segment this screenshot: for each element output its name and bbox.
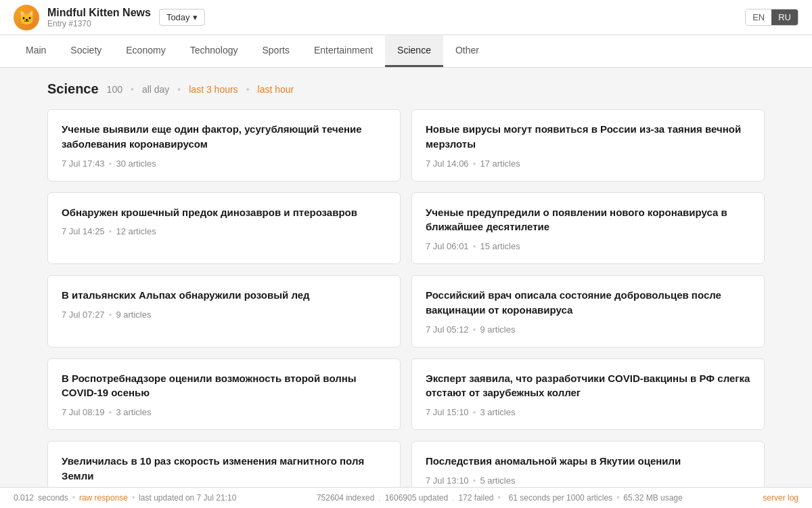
lang-en-button[interactable]: EN xyxy=(746,9,771,25)
article-title: Новые вирусы могут появиться в России из… xyxy=(426,122,750,152)
article-count: 5 articles xyxy=(480,475,515,486)
tab-sports[interactable]: Sports xyxy=(250,35,301,67)
article-count: 9 articles xyxy=(480,324,515,335)
section-title: Science xyxy=(47,81,99,97)
table-row[interactable]: В итальянских Альпах обнаружили розовый … xyxy=(47,275,401,347)
article-count: 9 articles xyxy=(116,310,151,320)
article-date: 7 Jul 17:43 xyxy=(62,158,105,169)
meta-dot: ● xyxy=(109,409,112,415)
footer-center: 752604 indexed , 1606905 updated , 172 f… xyxy=(317,493,683,503)
article-date: 7 Jul 07:27 xyxy=(62,310,105,320)
article-meta: 7 Jul 05:12 ● 9 articles xyxy=(426,324,750,335)
meta-dot: ● xyxy=(473,161,476,167)
server-log-link[interactable]: server log xyxy=(763,493,798,503)
article-title: Увеличилась в 10 раз скорость изменения … xyxy=(62,454,386,484)
article-date: 7 Jul 06:01 xyxy=(426,241,469,251)
footer-right: server log xyxy=(763,493,798,503)
lang-switcher: EN RU xyxy=(745,9,798,26)
footer-speed-val: 61 seconds per 1000 articles xyxy=(509,493,612,503)
today-button[interactable]: Today ▾ xyxy=(159,9,205,26)
article-count: 12 articles xyxy=(116,226,156,236)
meta-dot: ● xyxy=(473,243,476,249)
footer: 0.012 seconds • raw response • last upda… xyxy=(0,487,812,508)
article-count: 17 articles xyxy=(480,158,520,169)
tab-other[interactable]: Other xyxy=(443,35,491,67)
article-date: 7 Jul 15:10 xyxy=(426,407,469,417)
filter-last-hour[interactable]: last hour xyxy=(258,84,294,95)
footer-time-unit: seconds xyxy=(38,493,68,503)
article-date: 7 Jul 05:12 xyxy=(426,324,469,335)
tab-economy[interactable]: Economy xyxy=(114,35,177,67)
articles-grid: Ученые выявили еще один фактор, усугубля… xyxy=(47,109,765,508)
meta-dot: ● xyxy=(473,326,476,333)
table-row[interactable]: В Роспотребнадзоре оценили возможность в… xyxy=(47,358,401,431)
header: 🐱 Mindful Kitten News Entry #1370 Today … xyxy=(0,0,812,35)
article-title: Обнаружен крошечный предок динозавров и … xyxy=(62,205,386,220)
meta-dot: ● xyxy=(109,161,112,167)
footer-dot-4: , xyxy=(452,493,454,503)
tab-entertainment[interactable]: Entertainment xyxy=(302,35,385,67)
table-row[interactable]: Новые вирусы могут появиться в России из… xyxy=(411,109,765,182)
site-info: Mindful Kitten News Entry #1370 xyxy=(47,7,151,28)
article-title: Эксперт заявила, что разработчики COVID-… xyxy=(426,371,750,401)
filter-all-day[interactable]: all day xyxy=(142,84,169,95)
article-title: Ученые предупредили о появлении нового к… xyxy=(426,205,750,235)
footer-usage: 65.32 MB usage xyxy=(623,493,682,503)
footer-dot-3: , xyxy=(378,493,380,503)
article-title: Российский врач описала состояние добров… xyxy=(426,288,750,318)
article-title: Последствия аномальной жары в Якутии оце… xyxy=(426,454,750,469)
article-meta: 7 Jul 17:43 ● 30 articles xyxy=(62,158,386,169)
meta-dot: ● xyxy=(109,312,112,318)
dropdown-chevron-icon: ▾ xyxy=(193,12,198,22)
article-meta: 7 Jul 14:25 ● 12 articles xyxy=(62,226,386,236)
footer-dot-5: • xyxy=(497,493,500,503)
tab-technology[interactable]: Technology xyxy=(178,35,250,67)
article-count: 3 articles xyxy=(116,407,151,417)
footer-failed: 172 failed xyxy=(458,493,493,503)
tab-society[interactable]: Society xyxy=(58,35,114,67)
filter-separator-1: • xyxy=(131,84,134,95)
article-meta: 7 Jul 15:10 ● 3 articles xyxy=(426,407,750,417)
filter-separator-2: • xyxy=(177,84,181,95)
lang-ru-button[interactable]: RU xyxy=(771,9,798,25)
article-count: 3 articles xyxy=(480,407,515,417)
header-left: 🐱 Mindful Kitten News Entry #1370 Today … xyxy=(14,5,205,30)
raw-response-link[interactable]: raw response xyxy=(79,493,128,503)
table-row[interactable]: Обнаружен крошечный предок динозавров и … xyxy=(47,192,401,265)
article-count: 30 articles xyxy=(116,158,156,169)
site-entry: Entry #1370 xyxy=(47,19,151,28)
content-area: Science 100 • all day • last 3 hours • l… xyxy=(34,68,778,508)
section-count: 100 xyxy=(107,84,122,95)
article-title: Ученые выявили еще один фактор, усугубля… xyxy=(62,122,386,152)
article-date: 7 Jul 08:19 xyxy=(62,407,105,417)
article-title: В итальянских Альпах обнаружили розовый … xyxy=(62,288,386,303)
filter-separator-3: • xyxy=(246,84,250,95)
meta-dot: ● xyxy=(109,228,112,234)
table-row[interactable]: Эксперт заявила, что разработчики COVID-… xyxy=(411,358,765,431)
meta-dot: ● xyxy=(473,409,476,415)
logo-icon: 🐱 xyxy=(14,5,39,30)
section-header: Science 100 • all day • last 3 hours • l… xyxy=(47,81,765,97)
filter-last-3-hours[interactable]: last 3 hours xyxy=(189,84,238,95)
article-meta: 7 Jul 08:19 ● 3 articles xyxy=(62,407,386,417)
table-row[interactable]: Ученые выявили еще один фактор, усугубля… xyxy=(47,109,401,182)
article-title: В Роспотребнадзоре оценили возможность в… xyxy=(62,371,386,401)
logo-emoji: 🐱 xyxy=(18,9,35,26)
footer-indexed: 752604 indexed xyxy=(317,493,374,503)
article-date: 7 Jul 14:06 xyxy=(426,158,469,169)
footer-time: 0.012 xyxy=(14,493,34,503)
article-meta: 7 Jul 13:10 ● 5 articles xyxy=(426,475,750,486)
footer-dot-6: • xyxy=(616,493,619,503)
footer-dot-1: • xyxy=(72,493,75,503)
nav-tabs: Main Society Economy Technology Sports E… xyxy=(0,35,812,68)
article-meta: 7 Jul 14:06 ● 17 articles xyxy=(426,158,750,169)
table-row[interactable]: Российский врач описала состояние добров… xyxy=(411,275,765,347)
footer-left: 0.012 seconds • raw response • last upda… xyxy=(14,493,236,503)
article-meta: 7 Jul 06:01 ● 15 articles xyxy=(426,241,750,251)
site-title: Mindful Kitten News xyxy=(47,7,151,19)
tab-main[interactable]: Main xyxy=(14,35,58,67)
article-date: 7 Jul 14:25 xyxy=(62,226,105,236)
table-row[interactable]: Ученые предупредили о появлении нового к… xyxy=(411,192,765,265)
article-meta: 7 Jul 07:27 ● 9 articles xyxy=(62,310,386,320)
tab-science[interactable]: Science xyxy=(385,35,443,67)
